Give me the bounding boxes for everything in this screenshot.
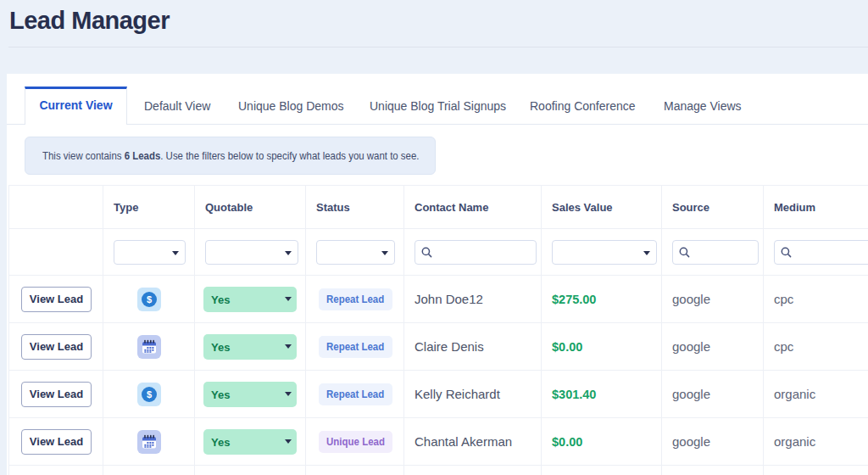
svg-text:$: $	[147, 294, 152, 305]
svg-text:$: $	[147, 389, 152, 400]
